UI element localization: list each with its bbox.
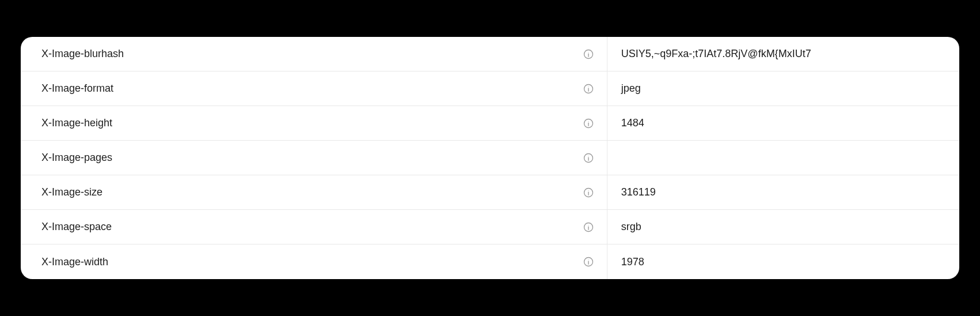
header-key-cell: X-Image-width [21, 244, 607, 279]
info-icon[interactable] [583, 83, 594, 95]
header-key: X-Image-pages [41, 152, 112, 164]
table-row: X-Image-blurhash USIY5,~q9Fxa-;t7IAt7.8R… [21, 37, 959, 72]
header-key: X-Image-size [41, 186, 102, 198]
info-icon[interactable] [583, 118, 594, 129]
info-icon[interactable] [583, 256, 594, 268]
svg-point-9 [588, 190, 588, 191]
info-icon[interactable] [583, 187, 594, 198]
header-key-cell: X-Image-format [21, 72, 607, 106]
table-row: X-Image-height 1484 [21, 106, 959, 141]
header-key-cell: X-Image-size [21, 175, 607, 209]
header-key: X-Image-width [41, 256, 108, 268]
svg-point-1 [588, 52, 588, 52]
info-icon[interactable] [583, 221, 594, 233]
header-value: 1978 [607, 244, 959, 279]
table-row: X-Image-format jpeg [21, 72, 959, 106]
header-key: X-Image-height [41, 117, 112, 129]
header-value: 1484 [607, 106, 959, 140]
header-key-cell: X-Image-height [21, 106, 607, 140]
svg-point-3 [588, 86, 588, 87]
header-key-cell: X-Image-blurhash [21, 37, 607, 71]
table-row: X-Image-width 1978 [21, 244, 959, 279]
svg-point-7 [588, 156, 588, 156]
header-value: jpeg [607, 72, 959, 106]
info-icon[interactable] [583, 48, 594, 60]
header-key-cell: X-Image-space [21, 210, 607, 244]
header-value: USIY5,~q9Fxa-;t7IAt7.8RjV@fkM{MxIUt7 [607, 37, 959, 71]
header-key: X-Image-format [41, 82, 113, 95]
header-value: 316119 [607, 175, 959, 209]
table-row: X-Image-size 316119 [21, 175, 959, 210]
svg-point-13 [588, 259, 588, 260]
header-key: X-Image-blurhash [41, 48, 124, 60]
header-value [607, 141, 959, 175]
svg-point-11 [588, 225, 588, 225]
headers-panel: X-Image-blurhash USIY5,~q9Fxa-;t7IAt7.8R… [21, 37, 959, 279]
header-key-cell: X-Image-pages [21, 141, 607, 175]
header-key: X-Image-space [41, 221, 112, 233]
table-row: X-Image-space srgb [21, 210, 959, 244]
header-value: srgb [607, 210, 959, 244]
table-row: X-Image-pages [21, 141, 959, 175]
info-icon[interactable] [583, 152, 594, 164]
svg-point-5 [588, 121, 588, 122]
